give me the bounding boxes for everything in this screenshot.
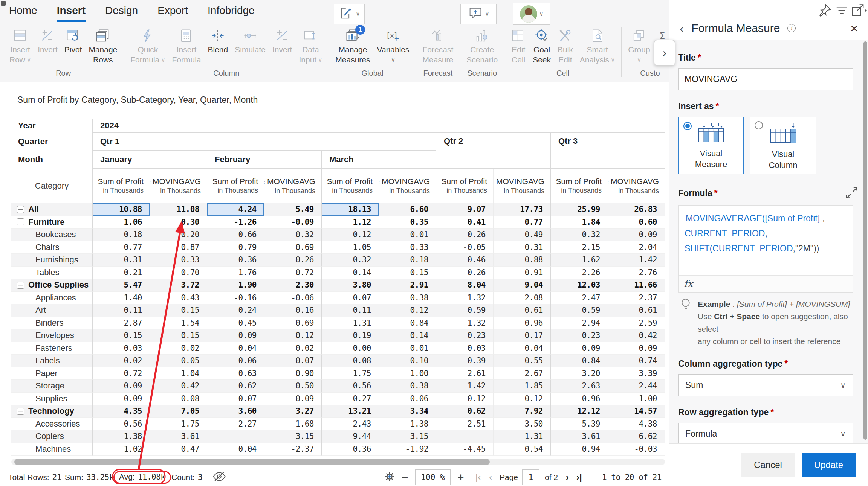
panel-scrollbar-thumb[interactable] <box>863 41 867 440</box>
measure-header-movingavg[interactable]: fxMOVINGAVGin Thousands <box>608 169 665 203</box>
cell[interactable]: 3.39 <box>608 367 665 380</box>
cell[interactable]: 0.03 <box>436 342 493 355</box>
cell[interactable]: 0.33 <box>150 254 207 267</box>
cell[interactable]: 0.31 <box>493 241 550 254</box>
cell[interactable]: 0.49 <box>493 229 550 241</box>
cell[interactable]: 0.11 <box>92 304 150 317</box>
quarter-header-qtr1[interactable]: Qtr 1 <box>92 133 436 151</box>
collapse-icon[interactable] <box>17 282 24 289</box>
cell[interactable]: 0.23 <box>550 329 608 342</box>
cell[interactable]: 0.08 <box>321 355 379 367</box>
cell[interactable]: 0.15 <box>92 329 150 342</box>
row-label-storage[interactable]: Storage <box>11 380 92 393</box>
cell[interactable]: 0.77 <box>493 216 550 229</box>
measure-header-movingavg[interactable]: fxMOVINGAVGin Thousands <box>264 169 321 203</box>
cell[interactable]: 1.75 <box>321 367 379 380</box>
tab-home[interactable]: Home <box>9 5 37 22</box>
cell[interactable]: 12.03 <box>550 279 608 292</box>
row-label-tables[interactable]: Tables <box>11 267 92 279</box>
year-header-2024[interactable]: 2024 <box>92 119 665 133</box>
cell[interactable]: 0.63 <box>207 367 264 380</box>
cell[interactable]: 3.20 <box>550 367 608 380</box>
cell[interactable]: 0.61 <box>608 304 665 317</box>
expand-formula-icon[interactable] <box>844 186 859 201</box>
first-page-button[interactable]: |‹ <box>475 468 481 486</box>
cell[interactable]: 0.14 <box>379 329 436 342</box>
cell[interactable]: 0.09 <box>92 380 150 393</box>
horizontal-scrollbar[interactable] <box>11 459 665 465</box>
cell[interactable]: 0.84 <box>379 317 436 330</box>
cell[interactable]: 3.15 <box>379 430 436 443</box>
measure-header-sum-of-profit[interactable]: Sum of Profitin Thousands <box>207 169 264 203</box>
cell[interactable]: 0.42 <box>150 380 207 393</box>
cell[interactable]: -0.12 <box>321 229 379 241</box>
cell[interactable]: 3.61 <box>550 430 608 443</box>
cell[interactable]: 0.24 <box>207 304 264 317</box>
cell[interactable]: 0.00 <box>321 342 379 355</box>
cell[interactable]: -0.03 <box>608 443 665 456</box>
cell[interactable]: 9.04 <box>493 279 550 292</box>
tab-export[interactable]: Export <box>157 5 188 22</box>
cell[interactable]: 17.73 <box>493 203 550 216</box>
cell[interactable]: 0.01 <box>379 342 436 355</box>
cell[interactable]: 2.63 <box>550 380 608 393</box>
cell[interactable]: -0.15 <box>379 267 436 279</box>
cell[interactable]: 2.30 <box>264 279 321 292</box>
cell[interactable]: 0.18 <box>92 229 150 241</box>
cell[interactable]: 0.04 <box>207 342 264 355</box>
cell[interactable]: -1.00 <box>608 393 665 405</box>
cell[interactable]: 0.02 <box>150 342 207 355</box>
cell[interactable]: 5.47 <box>92 279 150 292</box>
row-label-technology[interactable]: Technology <box>11 405 92 418</box>
cell[interactable]: 0.17 <box>493 329 550 342</box>
cell[interactable]: 0.96 <box>493 317 550 330</box>
cell[interactable]: 11.08 <box>150 203 207 216</box>
user-avatar-button[interactable]: ∨ <box>513 3 550 25</box>
cell[interactable]: -2.76 <box>608 267 665 279</box>
cell[interactable]: 3.27 <box>264 405 321 418</box>
cell[interactable]: -1.92 <box>379 443 436 456</box>
cell[interactable]: 1.62 <box>550 254 608 267</box>
cell[interactable]: 25.99 <box>550 203 608 216</box>
cell[interactable]: 0.07 <box>264 355 321 367</box>
ribbon-button-simulate[interactable]: Simulate <box>231 26 269 55</box>
ribbon-button-data-input[interactable]: DataInput ∨ <box>295 26 326 66</box>
cell[interactable]: 2.59 <box>608 317 665 330</box>
panel-back-button[interactable]: ‹ <box>680 22 684 35</box>
measure-header-sum-of-profit[interactable]: Sum of Profitin Thousands <box>92 169 150 203</box>
add-comment-button[interactable]: ∨ <box>460 4 497 24</box>
next-page-button[interactable]: › <box>566 468 569 486</box>
cell[interactable]: 26.83 <box>608 203 665 216</box>
title-input[interactable]: MOVINGAVG <box>678 68 853 90</box>
row-label-supplies[interactable]: Supplies <box>11 393 92 405</box>
cell[interactable]: 2.51 <box>436 418 493 431</box>
cell[interactable]: 3.61 <box>150 430 207 443</box>
month-header-march[interactable]: March <box>321 151 436 169</box>
cell[interactable]: 0.60 <box>608 216 665 229</box>
measure-header-sum-of-profit[interactable]: Sum of Profitin Thousands <box>321 169 379 203</box>
cell[interactable]: -0.20 <box>150 229 207 241</box>
cell[interactable]: 0.33 <box>379 241 436 254</box>
ribbon-button-quick-formula[interactable]: QuickFormula ∨ <box>127 26 168 66</box>
cell[interactable]: 5.39 <box>550 418 608 431</box>
cell[interactable]: 3.50 <box>493 418 550 431</box>
measure-header-sum-of-profit[interactable]: Sum of Profitin Thousands <box>550 169 608 203</box>
cell[interactable]: -0.96 <box>550 393 608 405</box>
ribbon-button-edit-cell[interactable]: EditCell <box>507 26 529 66</box>
row-label-all[interactable]: All <box>11 203 92 216</box>
cell[interactable]: 0.23 <box>436 329 493 342</box>
cell[interactable]: -1.76 <box>207 267 264 279</box>
cell[interactable]: 6.62 <box>608 430 665 443</box>
cell[interactable]: 0.32 <box>321 254 379 267</box>
cell[interactable]: -0.16 <box>207 292 264 305</box>
cell[interactable]: 7.05 <box>150 405 207 418</box>
cell[interactable]: 1.42 <box>608 254 665 267</box>
quarter-header-qtr2[interactable]: Qtr 2 <box>436 133 550 169</box>
cell[interactable]: -0.01 <box>379 229 436 241</box>
cell[interactable]: 6.60 <box>379 203 436 216</box>
cell[interactable]: 5.49 <box>264 203 321 216</box>
cell[interactable]: 2.67 <box>493 367 550 380</box>
edit-view-button[interactable]: ∨ <box>334 4 365 24</box>
zoom-in-button[interactable]: + <box>457 468 464 486</box>
tab-insert[interactable]: Insert <box>57 5 86 22</box>
